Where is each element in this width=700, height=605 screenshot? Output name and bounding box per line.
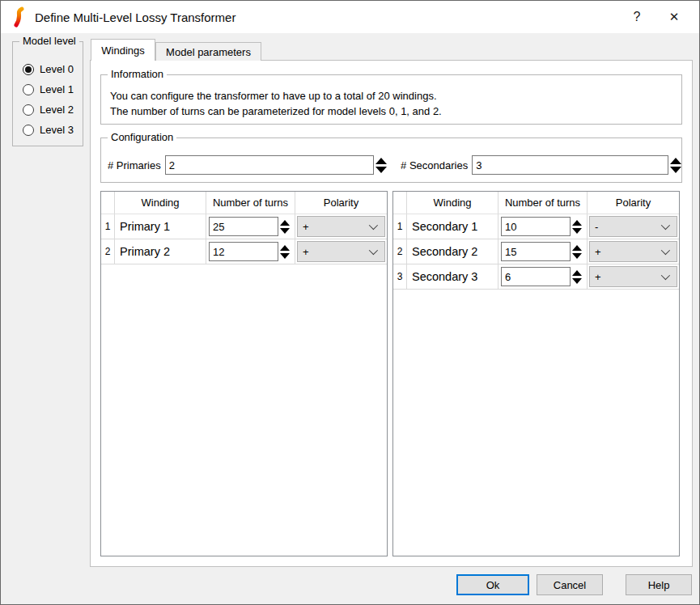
spin-down-icon[interactable] xyxy=(670,167,681,173)
row-index: 1 xyxy=(393,214,407,239)
radio-level-3-label: Level 3 xyxy=(40,124,74,136)
winding-column-header: Winding xyxy=(407,192,498,214)
polarity-column-header: Polarity xyxy=(295,192,387,214)
turns-input[interactable] xyxy=(501,267,571,286)
radio-level-0-label: Level 0 xyxy=(40,63,74,75)
help-button[interactable]: Help xyxy=(626,574,692,595)
spin-up-icon[interactable] xyxy=(572,245,582,251)
spin-down-icon[interactable] xyxy=(280,228,290,234)
turns-cell xyxy=(498,214,588,239)
spin-down-icon[interactable] xyxy=(572,253,582,259)
turns-spinner xyxy=(572,245,582,259)
polarity-value: + xyxy=(298,246,369,258)
secondary-table-grid: Winding Number of turns Polarity 1 Secon… xyxy=(393,192,679,290)
radio-selected-icon[interactable] xyxy=(23,64,34,75)
window-title: Define Multi-Level Lossy Transformer xyxy=(35,11,235,24)
chevron-down-icon xyxy=(369,246,378,255)
secondaries-spinner xyxy=(670,158,681,173)
turns-input[interactable] xyxy=(501,242,571,261)
radio-unselected-icon[interactable] xyxy=(23,104,34,116)
polarity-value: + xyxy=(590,246,661,258)
spin-down-icon[interactable] xyxy=(572,228,582,234)
spin-up-icon[interactable] xyxy=(280,245,290,251)
polarity-dropdown[interactable]: + xyxy=(589,241,677,262)
close-icon[interactable]: ✕ xyxy=(655,1,693,33)
turns-input[interactable] xyxy=(501,217,571,236)
chevron-down-icon xyxy=(661,246,670,255)
configuration-group-label: Configuration xyxy=(108,131,176,144)
primaries-input[interactable] xyxy=(165,155,375,175)
turns-spinner xyxy=(280,245,290,259)
tab-windings[interactable]: Windings xyxy=(91,39,155,61)
turns-column-header: Number of turns xyxy=(206,192,295,214)
winding-name-cell[interactable]: Secondary 3 xyxy=(407,264,498,290)
polarity-dropdown[interactable]: + xyxy=(297,241,385,262)
configuration-group: Configuration # Primaries # Secondaries xyxy=(100,138,682,183)
spin-up-icon[interactable] xyxy=(670,158,681,164)
winding-name-cell[interactable]: Secondary 2 xyxy=(407,239,498,264)
radio-unselected-icon[interactable] xyxy=(23,125,34,136)
radio-unselected-icon[interactable] xyxy=(23,84,34,95)
model-level-group: Model level Level 0 Level 1 Level 2 Leve… xyxy=(12,41,83,146)
radio-level-0[interactable]: Level 0 xyxy=(23,63,83,75)
polarity-dropdown[interactable]: + xyxy=(589,266,677,287)
spin-up-icon[interactable] xyxy=(375,158,387,164)
spin-down-icon[interactable] xyxy=(572,278,582,284)
spin-down-icon[interactable] xyxy=(280,253,290,259)
tab-model-parameters[interactable]: Model parameters xyxy=(155,42,261,61)
secondary-windings-table: Winding Number of turns Polarity 1 Secon… xyxy=(392,191,680,556)
polarity-dropdown[interactable]: + xyxy=(297,216,385,237)
primaries-label: # Primaries xyxy=(108,159,161,171)
turns-input[interactable] xyxy=(209,217,278,236)
information-text: You can configure the transformer to hav… xyxy=(101,75,681,119)
turns-spinner xyxy=(572,220,582,234)
information-line-1: You can configure the transformer to hav… xyxy=(110,88,681,104)
secondaries-input[interactable] xyxy=(472,155,668,175)
information-group-label: Information xyxy=(108,68,167,81)
information-group: Information You can configure the transf… xyxy=(100,74,682,125)
polarity-cell: + xyxy=(588,239,679,264)
help-titlebar-button[interactable]: ? xyxy=(618,1,655,33)
primary-table-grid: Winding Number of turns Polarity 1 Prima… xyxy=(101,192,387,264)
secondaries-label: # Secondaries xyxy=(401,159,468,171)
windings-tab-panel: Information You can configure the transf… xyxy=(90,60,693,567)
radio-level-1[interactable]: Level 1 xyxy=(23,83,83,95)
chevron-down-icon xyxy=(369,221,378,230)
polarity-value: + xyxy=(590,271,661,283)
turns-input[interactable] xyxy=(209,242,278,261)
spin-up-icon[interactable] xyxy=(572,270,582,276)
winding-name-cell[interactable]: Secondary 1 xyxy=(407,214,498,239)
radio-level-3[interactable]: Level 3 xyxy=(23,124,83,136)
polarity-cell: + xyxy=(588,264,679,290)
turns-cell xyxy=(498,264,588,290)
chevron-down-icon xyxy=(661,271,670,280)
polarity-dropdown[interactable]: - xyxy=(589,216,677,237)
polarity-cell: + xyxy=(295,214,387,239)
model-level-radio-list: Level 0 Level 1 Level 2 Level 3 xyxy=(13,42,83,136)
turns-spinner xyxy=(280,220,290,234)
winding-name-cell[interactable]: Primary 2 xyxy=(115,239,206,264)
ok-button[interactable]: Ok xyxy=(456,574,529,595)
turns-cell xyxy=(206,214,295,239)
cancel-button[interactable]: Cancel xyxy=(537,574,603,595)
row-index: 2 xyxy=(393,239,407,264)
winding-column-header: Winding xyxy=(115,192,206,214)
turns-spinner xyxy=(572,270,582,284)
spin-up-icon[interactable] xyxy=(280,220,290,226)
app-logo-icon xyxy=(10,6,28,28)
information-line-2: The number of turns can be parameterized… xyxy=(110,104,681,119)
corner-header-cell xyxy=(101,192,115,214)
polarity-cell: - xyxy=(588,214,679,239)
turns-column-header: Number of turns xyxy=(498,192,588,214)
row-index: 3 xyxy=(393,264,407,290)
chevron-down-icon xyxy=(661,221,670,230)
winding-name-cell[interactable]: Primary 1 xyxy=(115,214,206,239)
radio-level-2[interactable]: Level 2 xyxy=(23,104,83,116)
spin-down-icon[interactable] xyxy=(375,167,387,173)
configuration-row: # Primaries # Secondaries xyxy=(101,138,681,175)
polarity-cell: + xyxy=(295,239,387,264)
radio-level-2-label: Level 2 xyxy=(40,104,74,116)
spin-up-icon[interactable] xyxy=(572,220,582,226)
dialog-define-transformer: Define Multi-Level Lossy Transformer ? ✕… xyxy=(0,0,700,605)
turns-cell xyxy=(498,239,588,264)
